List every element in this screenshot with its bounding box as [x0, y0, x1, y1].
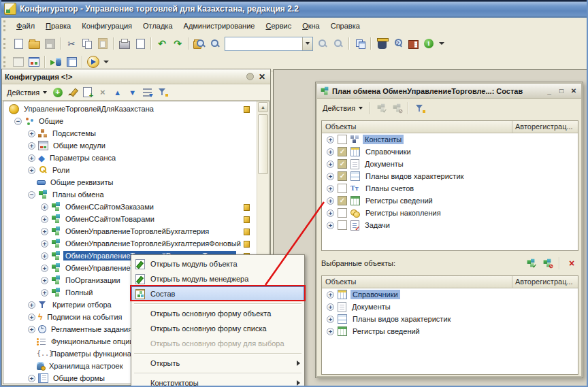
update-db-configuration-button[interactable] [48, 54, 63, 69]
dialog-actions-menu-button[interactable]: Действия [321, 103, 365, 114]
menu-help[interactable]: Справка [326, 20, 365, 32]
copy-add-button[interactable] [81, 86, 94, 99]
selected-object-row[interactable]: Регистры сведений [322, 325, 578, 337]
uncheck-all-button[interactable]: ⊘ [390, 101, 404, 115]
help-contents-button[interactable] [406, 36, 421, 51]
open-button[interactable] [27, 36, 42, 51]
find-button[interactable] [208, 36, 223, 51]
filter-button[interactable] [156, 86, 169, 99]
open-configuration-button[interactable] [11, 54, 26, 69]
window-list-button[interactable] [353, 36, 368, 51]
combobox-dropdown-icon[interactable] [302, 37, 312, 50]
check-all-button[interactable]: ✓ [374, 101, 388, 115]
expand-icon[interactable] [28, 326, 35, 333]
expand-icon[interactable] [28, 142, 35, 150]
menu-item-open-main-list-form[interactable]: Открыть основную форму списка [131, 321, 304, 336]
expand-icon[interactable] [28, 301, 35, 309]
menu-item-open-manager-module[interactable]: Открыть модуль менеджера [131, 271, 304, 286]
tree-item[interactable]: Планы обмена [3, 188, 257, 201]
expand-icon[interactable] [28, 167, 35, 174]
autoregistration-column-header[interactable]: Авторегистрац... [512, 276, 578, 288]
expand-icon[interactable] [327, 316, 334, 323]
toolbar-overflow-icon[interactable] [439, 42, 444, 45]
tree-item[interactable]: Подсистемы [3, 127, 257, 139]
autoregistration-column-header[interactable]: Авторегистрац... [512, 121, 578, 133]
print-preview-button[interactable] [133, 36, 148, 51]
menu-administration[interactable]: Администрирование [179, 20, 260, 32]
object-row[interactable]: Константы [322, 133, 578, 146]
info-button[interactable]: i [421, 36, 436, 51]
move-down-button[interactable]: ▼ [126, 86, 139, 99]
menu-item-open[interactable]: Открыть [131, 356, 304, 371]
tree-item[interactable]: Общие модули [3, 139, 257, 152]
paste-button[interactable] [95, 36, 110, 51]
expand-icon[interactable] [327, 136, 334, 144]
selected-object-row[interactable]: Справочники [322, 288, 578, 301]
panel-close-icon[interactable]: ✕ [257, 72, 267, 82]
menu-windows[interactable]: Окна [297, 20, 325, 32]
menu-item-open-object-module[interactable]: Открыть модуль объекта [131, 256, 304, 271]
expand-icon[interactable] [327, 303, 334, 311]
expand-icon[interactable] [41, 277, 48, 284]
remove-selected-button[interactable]: × [565, 256, 578, 270]
checkbox[interactable] [338, 135, 347, 144]
help-search-button[interactable] [390, 36, 405, 51]
expand-icon[interactable] [28, 130, 35, 137]
configuration-window-button[interactable] [27, 54, 42, 69]
object-row[interactable]: Задачи [322, 219, 578, 231]
selected-object-row[interactable]: Планы видов характеристик [322, 313, 578, 325]
new-document-button[interactable] [11, 36, 26, 51]
tree-item[interactable]: Общие [3, 115, 257, 127]
menu-service[interactable]: Сервис [261, 20, 296, 32]
checkbox-checked[interactable] [338, 196, 347, 205]
checkbox[interactable] [338, 208, 347, 218]
save-button[interactable] [42, 36, 57, 51]
expand-icon[interactable] [327, 161, 334, 168]
tree-item[interactable]: ОбменУправлениеТорговлейБухгалтерияФонов… [3, 237, 257, 250]
tree-item[interactable]: ◆ Параметры сеанса [3, 152, 257, 164]
expand-icon[interactable] [327, 173, 334, 180]
mark-autoregistration-button[interactable]: ✓ [524, 256, 538, 270]
expand-icon[interactable] [327, 148, 334, 156]
checkbox-checked[interactable] [338, 147, 347, 156]
cut-button[interactable]: ✂ [64, 36, 79, 51]
object-row[interactable]: Тт Планы счетов [322, 182, 578, 195]
debug-dropdown-icon[interactable] [103, 61, 109, 63]
search-combobox[interactable] [225, 37, 313, 51]
expand-icon[interactable] [41, 203, 48, 211]
tree-item[interactable]: ОбменУправлениеТорговлейБухгалтерия [3, 225, 257, 237]
undo-button[interactable]: ↶ [154, 36, 169, 51]
sort-button[interactable] [141, 86, 154, 99]
checkbox[interactable] [338, 220, 347, 230]
menu-item-open-main-object-form[interactable]: Открыть основную форму объекта [131, 306, 304, 321]
close-icon[interactable] [569, 86, 578, 96]
expand-icon[interactable] [41, 240, 48, 248]
scroll-up-icon[interactable]: ▲ [258, 102, 268, 112]
db-table-button[interactable] [64, 54, 79, 69]
expand-icon[interactable] [327, 209, 334, 217]
object-row[interactable]: Планы видов характеристик [322, 170, 578, 182]
find-next-button[interactable] [315, 36, 330, 51]
tree-item[interactable]: ОбменССайтомЗаказами [3, 201, 257, 213]
tree-item[interactable]: ОбменССайтомТоварами [3, 213, 257, 225]
add-button[interactable]: + [51, 86, 64, 99]
objects-column-header[interactable]: Объекты [322, 276, 512, 288]
expand-icon[interactable] [28, 314, 35, 321]
edit-button[interactable] [66, 86, 79, 99]
menu-edit[interactable]: Правка [41, 20, 76, 32]
expand-icon[interactable] [41, 228, 48, 235]
expand-icon[interactable] [41, 289, 48, 297]
menu-item-content[interactable]: Состав [131, 286, 304, 301]
menu-configuration[interactable]: Конфигурация [77, 20, 137, 32]
collapse-icon[interactable] [28, 191, 35, 199]
checkbox[interactable] [338, 184, 347, 193]
tree-item-root[interactable]: УправлениеТорговлейДляКазахстана [3, 103, 257, 115]
actions-menu-button[interactable]: Действия [5, 87, 49, 98]
expand-icon[interactable] [41, 216, 48, 223]
dialog-filter-button[interactable] [413, 101, 427, 115]
dialog-title-bar[interactable]: План обмена ОбменУправлениеТорговле...: … [317, 84, 581, 99]
find-in-files-button[interactable] [192, 36, 207, 51]
start-debugging-button[interactable] [86, 54, 101, 69]
move-up-button[interactable]: ▲ [111, 86, 124, 99]
object-row[interactable]: Регистры сведений [322, 195, 578, 207]
